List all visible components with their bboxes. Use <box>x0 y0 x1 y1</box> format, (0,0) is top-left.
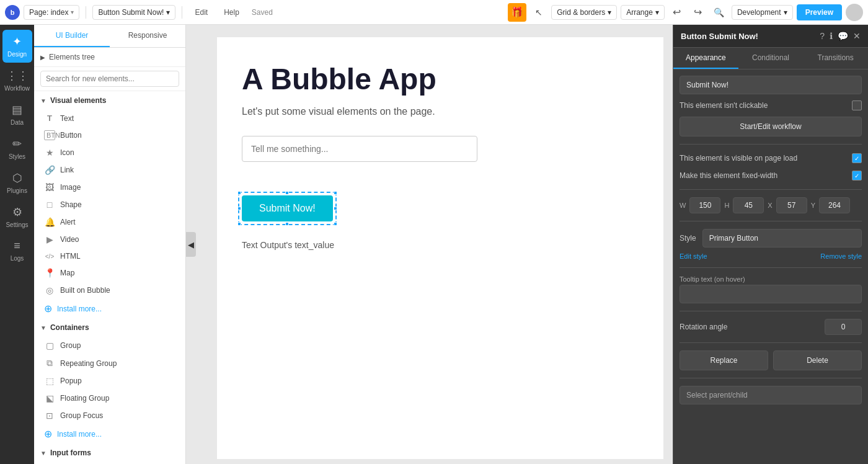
rotation-input[interactable] <box>825 319 862 335</box>
tab-transitions[interactable]: Transitions <box>803 48 868 69</box>
help-icon[interactable]: ? <box>820 31 825 41</box>
element-repeating-group[interactable]: ⧉ Repeating Group <box>34 354 185 372</box>
styles-label: Styles <box>9 153 25 160</box>
handle-ml[interactable] <box>237 207 241 210</box>
remove-style-link[interactable]: Remove style <box>820 252 862 260</box>
sidebar-item-design[interactable]: ✦ Design <box>2 30 32 63</box>
select-parent-select[interactable]: Select parent/child <box>680 386 862 404</box>
not-clickable-label: This element isn't clickable <box>680 101 768 110</box>
element-text[interactable]: T Text <box>34 110 185 127</box>
fixed-width-checkbox[interactable]: ✓ <box>852 171 862 181</box>
install-more-containers[interactable]: ⊕ Install more... <box>34 424 185 444</box>
search-input[interactable] <box>40 71 179 87</box>
cursor-tool-icon[interactable]: ↖ <box>530 4 547 21</box>
divider-6 <box>680 342 862 343</box>
separator-2 <box>182 6 182 19</box>
element-image[interactable]: 🖼 Image <box>34 179 185 196</box>
element-shape[interactable]: □ Shape <box>34 196 185 213</box>
handle-bm[interactable] <box>285 222 289 226</box>
dev-selector[interactable]: Development ▾ <box>732 5 793 20</box>
grid-borders-selector[interactable]: Grid & borders ▾ <box>551 5 617 20</box>
tab-conditional[interactable]: Conditional <box>738 48 804 69</box>
not-clickable-checkbox[interactable] <box>852 100 862 110</box>
visible-checkbox[interactable]: ✓ <box>852 153 862 163</box>
handle-mr[interactable] <box>334 207 337 210</box>
element-link[interactable]: 🔗 Link <box>34 161 185 179</box>
sidebar-item-settings[interactable]: ⚙ Settings <box>2 200 32 233</box>
user-avatar[interactable] <box>846 4 863 21</box>
sidebar-item-data[interactable]: ▤ Data <box>2 98 32 131</box>
input-forms-header[interactable]: ▼ Input forms <box>34 444 185 462</box>
map-icon: 📍 <box>44 268 55 278</box>
info-icon[interactable]: ℹ <box>830 31 833 41</box>
install-more-containers-label: Install more... <box>57 430 102 439</box>
workflow-button[interactable]: Start/Edit workflow <box>680 117 862 136</box>
visual-elements-header[interactable]: ▼ Visual elements <box>34 91 185 110</box>
divider-1 <box>680 144 862 145</box>
sidebar-item-logs[interactable]: ≡ Logs <box>2 234 32 267</box>
panel-collapse-handle[interactable]: ◀ <box>186 232 196 257</box>
element-name-input[interactable] <box>680 76 862 94</box>
data-label: Data <box>11 119 24 126</box>
sidebar-item-styles[interactable]: ✏ Styles <box>2 132 32 165</box>
divider-7 <box>680 378 862 378</box>
handle-bl[interactable] <box>237 222 241 226</box>
y-input[interactable] <box>819 197 850 213</box>
text-label: Text <box>60 114 74 123</box>
tab-ui-builder[interactable]: UI Builder <box>34 25 110 47</box>
tab-responsive[interactable]: Responsive <box>110 25 185 47</box>
elements-tree-toggle[interactable]: ▶ Elements tree <box>34 48 185 67</box>
search-button[interactable]: 🔍 <box>711 4 728 21</box>
built-on-bubble-icon: ◎ <box>44 285 55 295</box>
app-logo[interactable]: b <box>5 5 20 20</box>
page-selector[interactable]: Page: index ▾ <box>24 5 79 20</box>
element-built-on-bubble[interactable]: ◎ Built on Bubble <box>34 282 185 299</box>
element-html[interactable]: </> HTML <box>34 248 185 264</box>
arrange-selector[interactable]: Arrange ▾ <box>621 5 665 20</box>
handle-tm[interactable] <box>285 191 289 195</box>
submit-button[interactable]: Submit Now! <box>242 195 333 221</box>
built-on-bubble-label: Built on Bubble <box>60 286 110 295</box>
tab-appearance[interactable]: Appearance <box>673 48 738 69</box>
handle-br[interactable] <box>334 222 337 226</box>
element-popup[interactable]: ⬚ Popup <box>34 372 185 390</box>
sidebar-item-workflow[interactable]: ⋮⋮ Workflow <box>2 64 32 97</box>
replace-button[interactable]: Replace <box>680 350 768 370</box>
element-button[interactable]: BTN Button <box>34 127 185 144</box>
element-alert[interactable]: 🔔 Alert <box>34 213 185 231</box>
element-map[interactable]: 📍 Map <box>34 264 185 282</box>
workflow-icon: ⋮⋮ <box>6 69 29 83</box>
element-group-focus[interactable]: ⊡ Group Focus <box>34 407 185 424</box>
handle-tr[interactable] <box>334 191 337 195</box>
help-button[interactable]: Help <box>218 6 246 19</box>
sidebar-item-plugins[interactable]: ⬡ Plugins <box>2 166 32 199</box>
logs-label: Logs <box>11 255 24 262</box>
handle-tl[interactable] <box>237 191 241 195</box>
delete-button[interactable]: Delete <box>773 350 862 370</box>
element-floating-group[interactable]: ⬕ Floating Group <box>34 390 185 407</box>
comment-icon[interactable]: 💬 <box>838 31 848 41</box>
element-video[interactable]: ▶ Video <box>34 231 185 248</box>
input-forms-label: Input forms <box>50 448 91 457</box>
x-input[interactable] <box>776 197 807 213</box>
h-input[interactable] <box>733 197 764 213</box>
close-icon[interactable]: ✕ <box>853 31 861 41</box>
edit-style-link[interactable]: Edit style <box>680 252 707 260</box>
containers-header[interactable]: ▼ Containers <box>34 318 185 337</box>
gift-icon[interactable]: 🎁 <box>508 3 526 22</box>
edit-button[interactable]: Edit <box>188 6 214 19</box>
w-input[interactable] <box>689 197 720 213</box>
element-icon[interactable]: ★ Icon <box>34 144 185 161</box>
element-selector[interactable]: Button Submit Now! ▾ <box>92 5 175 20</box>
style-select[interactable]: Primary Button <box>702 229 862 248</box>
redo-button[interactable]: ↪ <box>689 4 707 21</box>
right-panel: Button Submit Now! ? ℹ 💬 ✕ Appearance Co… <box>673 25 868 464</box>
install-more-visual[interactable]: ⊕ Install more... <box>34 299 185 318</box>
element-group[interactable]: ▢ Group <box>34 337 185 354</box>
canvas-input[interactable] <box>242 136 477 162</box>
page-label: Page: index <box>29 8 68 17</box>
element-chevron: ▾ <box>166 8 170 17</box>
preview-button[interactable]: Preview <box>797 4 842 20</box>
undo-button[interactable]: ↩ <box>668 4 686 21</box>
tooltip-input[interactable] <box>680 285 862 303</box>
